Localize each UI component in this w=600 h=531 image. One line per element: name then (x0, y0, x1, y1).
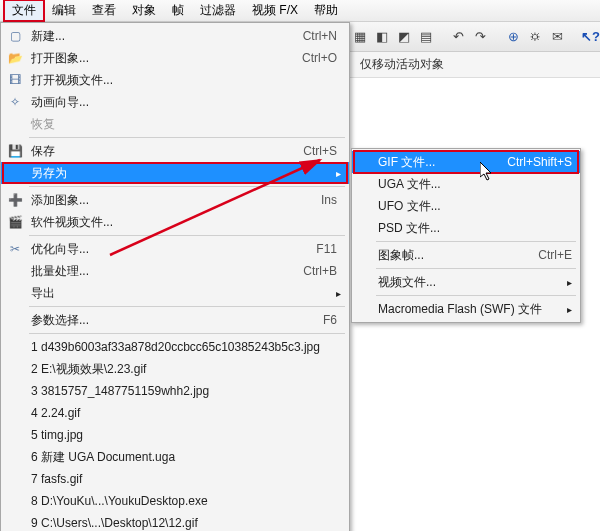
open-icon: 📂 (7, 50, 23, 66)
menuitem-params[interactable]: 参数选择... F6 (1, 309, 349, 331)
menuitem-save[interactable]: 💾 保存 Ctrl+S (1, 140, 349, 162)
menuitem-open-image[interactable]: 📂 打开图象... Ctrl+O (1, 47, 349, 69)
save-as-submenu: GIF 文件... Ctrl+Shift+S UGA 文件... UFO 文件.… (351, 148, 581, 323)
new-icon: ▢ (7, 28, 23, 44)
menu-edit[interactable]: 编辑 (44, 0, 84, 21)
menuitem-recent-6[interactable]: 6 新建 UGA Document.uga (1, 446, 349, 468)
submenu-arrow-icon: ▸ (336, 288, 341, 299)
submenu-uga[interactable]: UGA 文件... (352, 173, 580, 195)
menuitem-anim-wizard[interactable]: ✧ 动画向导... (1, 91, 349, 113)
menuitem-add-video[interactable]: 🎬 软件视频文件... (1, 211, 349, 233)
submenu-arrow-icon: ▸ (336, 168, 341, 179)
optimize-icon: ✂ (7, 241, 23, 257)
menu-view[interactable]: 查看 (84, 0, 124, 21)
toolbar-icon-help[interactable]: ↖? (581, 27, 600, 47)
menu-object[interactable]: 对象 (124, 0, 164, 21)
toolbar-icon-web[interactable]: ⊕ (504, 27, 523, 47)
add-video-icon: 🎬 (7, 214, 23, 230)
separator (29, 235, 345, 236)
submenu-ufo[interactable]: UFO 文件... (352, 195, 580, 217)
separator (376, 241, 576, 242)
menu-filter[interactable]: 过滤器 (192, 0, 244, 21)
menu-frame[interactable]: 帧 (164, 0, 192, 21)
menuitem-batch[interactable]: 批量处理... Ctrl+B (1, 260, 349, 282)
option-text: 仅移动活动对象 (360, 56, 444, 73)
menuitem-recent-2[interactable]: 2 E:\视频效果\2.23.gif (1, 358, 349, 380)
submenu-swf[interactable]: Macromedia Flash (SWF) 文件 ▸ (352, 298, 580, 320)
menuitem-recent-9[interactable]: 9 C:\Users\...\Desktop\12\12.gif (1, 512, 349, 531)
toolbar-icon-settings[interactable]: ⛭ (526, 27, 545, 47)
add-image-icon: ➕ (7, 192, 23, 208)
file-dropdown: ▢ 新建... Ctrl+N 📂 打开图象... Ctrl+O 🎞 打开视频文件… (0, 22, 350, 531)
separator (29, 137, 345, 138)
toolbar-icon-2[interactable]: ◧ (372, 27, 391, 47)
menuitem-recent-7[interactable]: 7 fasfs.gif (1, 468, 349, 490)
menuitem-optimize[interactable]: ✂ 优化向导... F11 (1, 238, 349, 260)
submenu-gif[interactable]: GIF 文件... Ctrl+Shift+S (352, 151, 580, 173)
menuitem-restore: 恢复 (1, 113, 349, 135)
menu-file[interactable]: 文件 (4, 0, 44, 21)
submenu-arrow-icon: ▸ (567, 277, 572, 288)
menubar: 文件 编辑 查看 对象 帧 过滤器 视频 F/X 帮助 (0, 0, 600, 22)
menuitem-recent-3[interactable]: 3 3815757_1487751159whh2.jpg (1, 380, 349, 402)
menuitem-recent-1[interactable]: 1 d439b6003af33a878d20ccbcc65c10385243b5… (1, 336, 349, 358)
menuitem-recent-5[interactable]: 5 timg.jpg (1, 424, 349, 446)
menuitem-open-video[interactable]: 🎞 打开视频文件... (1, 69, 349, 91)
menu-video-fx[interactable]: 视频 F/X (244, 0, 306, 21)
menu-help[interactable]: 帮助 (306, 0, 346, 21)
menuitem-save-as[interactable]: 另存为 ▸ (1, 162, 349, 184)
wizard-icon: ✧ (7, 94, 23, 110)
separator (376, 268, 576, 269)
toolbar-icon-4[interactable]: ▤ (416, 27, 435, 47)
menuitem-new[interactable]: ▢ 新建... Ctrl+N (1, 25, 349, 47)
toolbar-icon-3[interactable]: ◩ (394, 27, 413, 47)
submenu-image-frames[interactable]: 图象帧... Ctrl+E (352, 244, 580, 266)
toolbar-icon-undo[interactable]: ↶ (449, 27, 468, 47)
toolbar-icon-1[interactable]: ▦ (350, 27, 369, 47)
submenu-video[interactable]: 视频文件... ▸ (352, 271, 580, 293)
menuitem-export[interactable]: 导出 ▸ (1, 282, 349, 304)
separator (376, 295, 576, 296)
save-icon: 💾 (7, 143, 23, 159)
toolbar-icon-redo[interactable]: ↷ (471, 27, 490, 47)
toolbar-icon-chat[interactable]: ✉ (548, 27, 567, 47)
separator (29, 333, 345, 334)
menuitem-recent-4[interactable]: 4 2.24.gif (1, 402, 349, 424)
video-icon: 🎞 (7, 72, 23, 88)
submenu-psd[interactable]: PSD 文件... (352, 217, 580, 239)
menuitem-add-image[interactable]: ➕ 添加图象... Ins (1, 189, 349, 211)
separator (29, 306, 345, 307)
menuitem-recent-8[interactable]: 8 D:\YouKu\...\YoukuDesktop.exe (1, 490, 349, 512)
submenu-arrow-icon: ▸ (567, 304, 572, 315)
separator (29, 186, 345, 187)
